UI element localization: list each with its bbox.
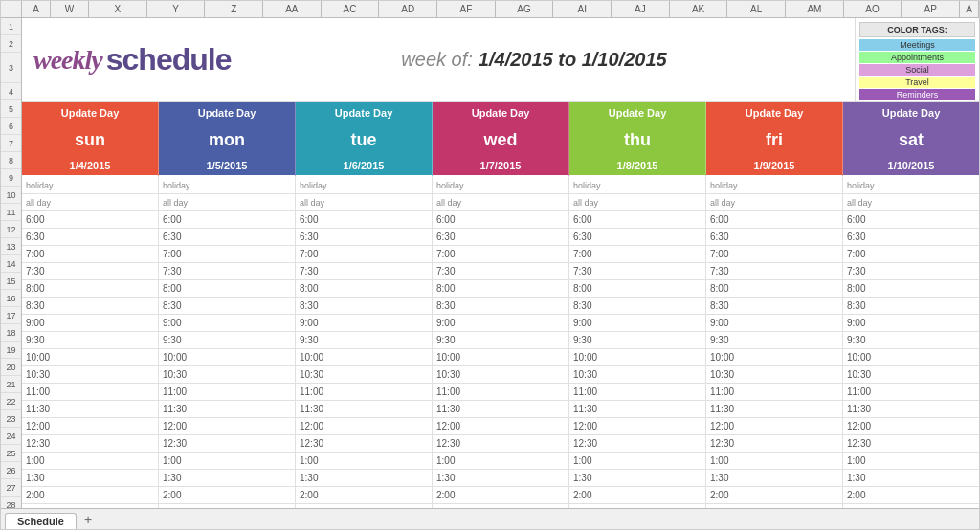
- time-cell-16-0[interactable]: 1:00: [22, 453, 159, 469]
- time-cell-17-3[interactable]: 1:30: [433, 470, 569, 486]
- time-cell-3-1[interactable]: 6:30: [159, 229, 296, 245]
- time-cell-10-4[interactable]: 10:00: [569, 349, 706, 365]
- time-cell-4-3[interactable]: 7:00: [433, 246, 569, 262]
- time-cell-7-4[interactable]: 8:30: [569, 298, 706, 314]
- update-sun[interactable]: Update Day: [22, 102, 159, 123]
- time-cell-16-3[interactable]: 1:00: [433, 453, 569, 469]
- time-cell-15-4[interactable]: 12:30: [569, 435, 706, 452]
- time-cell-11-6[interactable]: 10:30: [843, 366, 979, 383]
- time-cell-11-4[interactable]: 10:30: [569, 366, 706, 383]
- time-cell-9-6[interactable]: 9:30: [843, 332, 979, 348]
- time-cell-14-5[interactable]: 12:00: [706, 418, 843, 434]
- time-cell-14-6[interactable]: 12:00: [843, 418, 979, 434]
- time-cell-14-2[interactable]: 12:00: [296, 418, 433, 434]
- time-cell-14-4[interactable]: 12:00: [569, 418, 706, 434]
- time-cell-2-1[interactable]: 6:00: [159, 211, 296, 228]
- time-cell-18-3[interactable]: 2:00: [433, 487, 569, 503]
- update-sat[interactable]: Update Day: [843, 102, 979, 123]
- time-cell-8-0[interactable]: 9:00: [22, 315, 159, 331]
- time-cell-9-1[interactable]: 9:30: [159, 332, 296, 348]
- time-cell-15-5[interactable]: 12:30: [706, 435, 843, 452]
- time-cell-1-2[interactable]: all day: [296, 194, 433, 210]
- time-cell-8-1[interactable]: 9:00: [159, 315, 296, 331]
- time-cell-7-5[interactable]: 8:30: [706, 298, 843, 314]
- time-cell-11-5[interactable]: 10:30: [706, 366, 843, 383]
- time-cell-2-0[interactable]: 6:00: [22, 211, 159, 228]
- time-cell-16-6[interactable]: 1:00: [843, 453, 979, 469]
- time-cell-3-4[interactable]: 6:30: [569, 229, 706, 245]
- time-cell-0-6[interactable]: holiday: [843, 177, 979, 193]
- update-mon[interactable]: Update Day: [159, 102, 296, 123]
- time-cell-4-4[interactable]: 7:00: [569, 246, 706, 262]
- time-cell-0-5[interactable]: holiday: [706, 177, 843, 193]
- time-cell-11-1[interactable]: 10:30: [159, 366, 296, 383]
- time-cell-17-2[interactable]: 1:30: [296, 470, 433, 486]
- time-cell-11-0[interactable]: 10:30: [22, 366, 159, 383]
- time-cell-13-5[interactable]: 11:30: [706, 401, 843, 417]
- time-cell-13-2[interactable]: 11:30: [296, 401, 433, 417]
- time-cell-6-0[interactable]: 8:00: [22, 280, 159, 297]
- time-cell-14-1[interactable]: 12:00: [159, 418, 296, 434]
- time-cell-5-1[interactable]: 7:30: [159, 263, 296, 279]
- time-cell-11-2[interactable]: 10:30: [296, 366, 433, 383]
- time-cell-0-0[interactable]: holiday: [22, 177, 159, 193]
- time-cell-1-0[interactable]: all day: [22, 194, 159, 210]
- time-cell-10-6[interactable]: 10:00: [843, 349, 979, 365]
- time-cell-16-2[interactable]: 1:00: [296, 453, 433, 469]
- time-cell-5-6[interactable]: 7:30: [843, 263, 979, 279]
- time-cell-2-3[interactable]: 6:00: [433, 211, 569, 228]
- time-cell-1-4[interactable]: all day: [569, 194, 706, 210]
- time-cell-18-1[interactable]: 2:00: [159, 487, 296, 503]
- time-cell-13-6[interactable]: 11:30: [843, 401, 979, 417]
- time-cell-18-5[interactable]: 2:00: [706, 487, 843, 503]
- time-cell-9-5[interactable]: 9:30: [706, 332, 843, 348]
- time-cell-15-2[interactable]: 12:30: [296, 435, 433, 452]
- time-cell-3-3[interactable]: 6:30: [433, 229, 569, 245]
- update-wed[interactable]: Update Day: [433, 102, 569, 123]
- time-cell-3-5[interactable]: 6:30: [706, 229, 843, 245]
- time-cell-9-2[interactable]: 9:30: [296, 332, 433, 348]
- time-cell-9-4[interactable]: 9:30: [569, 332, 706, 348]
- time-cell-1-6[interactable]: all day: [843, 194, 979, 210]
- time-cell-17-4[interactable]: 1:30: [569, 470, 706, 486]
- time-cell-3-2[interactable]: 6:30: [296, 229, 433, 245]
- time-cell-12-4[interactable]: 11:00: [569, 384, 706, 400]
- time-cell-11-3[interactable]: 10:30: [433, 366, 569, 383]
- time-cell-9-0[interactable]: 9:30: [22, 332, 159, 348]
- schedule-tab[interactable]: Schedule: [5, 513, 77, 529]
- time-cell-5-2[interactable]: 7:30: [296, 263, 433, 279]
- time-cell-7-0[interactable]: 8:30: [22, 298, 159, 314]
- time-cell-14-0[interactable]: 12:00: [22, 418, 159, 434]
- time-cell-10-3[interactable]: 10:00: [433, 349, 569, 365]
- time-cell-15-3[interactable]: 12:30: [433, 435, 569, 452]
- time-cell-8-5[interactable]: 9:00: [706, 315, 843, 331]
- time-cell-0-2[interactable]: holiday: [296, 177, 433, 193]
- time-cell-8-3[interactable]: 9:00: [433, 315, 569, 331]
- time-cell-7-2[interactable]: 8:30: [296, 298, 433, 314]
- time-cell-5-3[interactable]: 7:30: [433, 263, 569, 279]
- time-cell-2-2[interactable]: 6:00: [296, 211, 433, 228]
- time-cell-14-3[interactable]: 12:00: [433, 418, 569, 434]
- time-cell-18-2[interactable]: 2:00: [296, 487, 433, 503]
- time-cell-4-5[interactable]: 7:00: [706, 246, 843, 262]
- time-cell-6-5[interactable]: 8:00: [706, 280, 843, 297]
- time-cell-13-3[interactable]: 11:30: [433, 401, 569, 417]
- time-cell-18-6[interactable]: 2:00: [843, 487, 979, 503]
- time-cell-16-5[interactable]: 1:00: [706, 453, 843, 469]
- time-cell-2-6[interactable]: 6:00: [843, 211, 979, 228]
- time-cell-4-1[interactable]: 7:00: [159, 246, 296, 262]
- time-cell-6-3[interactable]: 8:00: [433, 280, 569, 297]
- time-cell-17-6[interactable]: 1:30: [843, 470, 979, 486]
- time-cell-6-4[interactable]: 8:00: [569, 280, 706, 297]
- time-cell-12-6[interactable]: 11:00: [843, 384, 979, 400]
- time-cell-4-0[interactable]: 7:00: [22, 246, 159, 262]
- time-cell-5-0[interactable]: 7:30: [22, 263, 159, 279]
- time-cell-17-0[interactable]: 1:30: [22, 470, 159, 486]
- time-cell-5-5[interactable]: 7:30: [706, 263, 843, 279]
- time-cell-6-2[interactable]: 8:00: [296, 280, 433, 297]
- time-cell-12-0[interactable]: 11:00: [22, 384, 159, 400]
- time-cell-10-1[interactable]: 10:00: [159, 349, 296, 365]
- add-tab-button[interactable]: +: [78, 510, 98, 529]
- time-cell-4-2[interactable]: 7:00: [296, 246, 433, 262]
- time-cell-18-0[interactable]: 2:00: [22, 487, 159, 503]
